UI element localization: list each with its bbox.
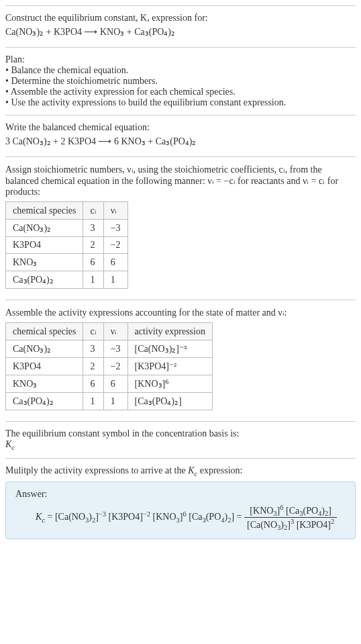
intro-text: Construct the equilibrium constant, K, e… [5, 13, 356, 24]
balanced-section: Write the balanced chemical equation: 3 … [5, 115, 356, 156]
answer-expression: Kc = [Ca(NO3)2]−3 [K3PO4]−2 [KNO3]6 [Ca3… [15, 504, 346, 532]
stoich-section: Assign stoichiometric numbers, νᵢ, using… [5, 156, 356, 300]
table-header-row: chemical species cᵢ νᵢ [6, 202, 128, 220]
answer-box: Answer: Kc = [Ca(NO3)2]−3 [K3PO4]−2 [KNO… [5, 481, 356, 539]
col-ci: cᵢ [83, 202, 103, 220]
symbol-section: The equilibrium constant symbol in the c… [5, 421, 356, 458]
plan-section: Plan: • Balance the chemical equation. •… [5, 47, 356, 115]
col-ci: cᵢ [83, 323, 103, 340]
balanced-heading: Write the balanced chemical equation: [5, 122, 356, 133]
intro-equation: Ca(NO₃)₂ + K3PO4 ⟶ KNO₃ + Ca₃(PO₄)₂ [5, 26, 356, 38]
fraction-numerator: [KNO3]6 [Ca3(PO4)2] [244, 504, 337, 518]
col-nui: νᵢ [103, 323, 127, 340]
activity-section: Assemble the activity expressions accoun… [5, 300, 356, 421]
activity-table: chemical species cᵢ νᵢ activity expressi… [5, 322, 213, 410]
multiply-heading: Mulitply the activity expressions to arr… [5, 465, 356, 477]
activity-heading: Assemble the activity expressions accoun… [5, 307, 356, 318]
table-header-row: chemical species cᵢ νᵢ activity expressi… [6, 323, 213, 340]
table-row: K3PO4 2 −2 [6, 237, 128, 254]
table-row: Ca(NO₃)₂ 3 −3 [6, 220, 128, 237]
table-row: KNO₃ 6 6 [KNO₃]⁶ [6, 375, 213, 393]
plan-item: • Balance the chemical equation. [5, 65, 356, 76]
table-row: K3PO4 2 −2 [K3PO4]⁻² [6, 358, 213, 375]
stoich-table: chemical species cᵢ νᵢ Ca(NO₃)₂ 3 −3 K3P… [5, 201, 128, 289]
table-row: KNO₃ 6 6 [6, 254, 128, 271]
stoich-text: Assign stoichiometric numbers, νᵢ, using… [5, 164, 356, 197]
symbol-kc: Kc [5, 439, 356, 451]
plan-item: • Use the activity expressions to build … [5, 97, 356, 108]
col-species: chemical species [6, 202, 83, 220]
col-nui: νᵢ [103, 202, 127, 220]
table-row: Ca₃(PO₄)₂ 1 1 [6, 271, 128, 289]
table-row: Ca₃(PO₄)₂ 1 1 [Ca₃(PO₄)₂] [6, 393, 213, 410]
intro-section: Construct the equilibrium constant, K, e… [5, 5, 356, 47]
plan-heading: Plan: [5, 54, 356, 65]
col-activity: activity expression [127, 323, 212, 340]
table-row: Ca(NO₃)₂ 3 −3 [Ca(NO₃)₂]⁻³ [6, 340, 213, 358]
plan-item: • Determine the stoichiometric numbers. [5, 76, 356, 87]
answer-fraction: [KNO3]6 [Ca3(PO4)2] [Ca(NO3)2]3 [K3PO4]2 [244, 504, 337, 532]
plan-item: • Assemble the activity expression for e… [5, 87, 356, 97]
symbol-text: The equilibrium constant symbol in the c… [5, 428, 356, 439]
balanced-equation: 3 Ca(NO₃)₂ + 2 K3PO4 ⟶ 6 KNO₃ + Ca₃(PO₄)… [5, 136, 356, 147]
answer-label: Answer: [15, 489, 346, 500]
col-species: chemical species [6, 323, 83, 340]
multiply-section: Mulitply the activity expressions to arr… [5, 458, 356, 546]
fraction-denominator: [Ca(NO3)2]3 [K3PO4]2 [244, 518, 337, 531]
